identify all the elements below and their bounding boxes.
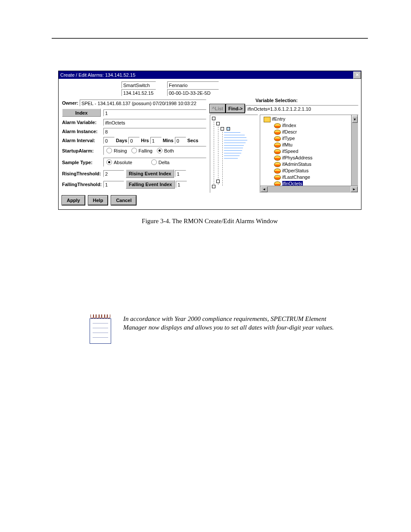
falling-thr-input[interactable]: 1 (103, 181, 124, 188)
tree-leaf[interactable]: ifPhysAddress (264, 155, 350, 161)
sample-absolute-label: Absolute (114, 160, 132, 165)
find-button[interactable]: Find-> (226, 104, 245, 113)
tree-leaf[interactable]: ifType (264, 135, 350, 142)
mib-tree[interactable]: ifEntryifIndexifDescrifTypeifMtuifSpeedi… (260, 115, 358, 193)
hrs-input[interactable]: 0 (128, 137, 140, 144)
startup-label: StartupAlarm: (62, 148, 103, 153)
alarm-variable-label: Alarm Variable: (62, 120, 103, 125)
variable-selection-title: Variable Selection: (255, 98, 358, 103)
device-ip-field: 134.141.52.15 (121, 89, 156, 96)
alarm-variable-input[interactable]: ifInOctets (103, 119, 206, 126)
tree-scrollbar-vertical[interactable]: ▲ ▼ (351, 115, 358, 193)
tree-leaf-label: ifAdminStatus (282, 162, 311, 167)
note-text: In accordance with Year 2000 compliance … (123, 314, 347, 332)
hrs-label: Hrs (141, 138, 149, 143)
oid-leaf-icon (274, 143, 281, 148)
tree-leaf-label: ifMtu (282, 142, 293, 147)
tree-leaf-label: ifIndex (282, 123, 296, 128)
rising-idx-input[interactable]: 1 (175, 170, 186, 177)
oid-leaf-icon (274, 136, 281, 141)
tree-leaf[interactable]: ifLastChange (264, 174, 350, 180)
index-header: Index (62, 109, 101, 117)
owner-label: Owner: (62, 100, 78, 106)
falling-idx-header: Falling Event Index (126, 180, 175, 189)
startup-falling-label: Falling (139, 148, 153, 153)
window-titlebar[interactable]: Create / Edit Alarms: 134.141.52.15 ✕ (59, 71, 361, 79)
tree-overview (210, 115, 258, 193)
scroll-right-icon[interactable]: ► (351, 187, 358, 192)
rising-thr-input[interactable]: 2 (103, 170, 124, 177)
startup-both-label: Both (164, 148, 174, 153)
tree-leaf-label: ifOperStatus (282, 168, 308, 173)
oid-leaf-icon (274, 156, 281, 161)
oid-leaf-icon (274, 130, 281, 135)
alarm-instance-input[interactable]: 8 (103, 128, 206, 135)
days-label: Days (116, 138, 127, 143)
tree-leaf-label: ifType (282, 136, 295, 141)
sample-absolute-radio[interactable]: Absolute (106, 159, 132, 165)
alarm-interval-label: Alarm Interval: (62, 138, 103, 143)
falling-idx-input[interactable]: 1 (176, 181, 187, 188)
help-button[interactable]: Help (88, 196, 108, 205)
tree-leaf[interactable]: ifSpeed (264, 148, 350, 155)
tree-leaf[interactable]: ifOperStatus (264, 168, 350, 174)
tree-leaf-label: ifLastChange (282, 174, 310, 180)
scroll-down-icon[interactable]: ▼ (352, 116, 358, 123)
startup-rising-radio[interactable]: Rising (106, 148, 127, 153)
rising-thr-label: RisingThreshold: (62, 171, 103, 176)
tree-leaf[interactable]: ifDescr (264, 129, 350, 135)
mins-input[interactable]: 1 (150, 137, 162, 144)
dialog-window: Create / Edit Alarms: 134.141.52.15 ✕ Sm… (58, 71, 361, 210)
tree-leaf[interactable]: ifMtu (264, 142, 350, 148)
tree-scrollbar-horizontal[interactable]: ◄ ► (260, 186, 358, 193)
alarm-form-pane: SmartSwitch 134.141.52.15 Fennario 00-00… (59, 79, 210, 209)
tree-leaf-label: ifSpeed (282, 149, 298, 154)
alarm-instance-label: Alarm Instance: (62, 129, 103, 134)
startup-both-radio[interactable]: Both (157, 148, 174, 153)
note-icon (90, 314, 111, 344)
header-rule (52, 38, 368, 39)
oid-leaf-icon (274, 123, 281, 128)
index-input[interactable]: 1 (103, 109, 206, 116)
oid-leaf-icon (274, 175, 281, 180)
oid-leaf-icon (274, 168, 281, 174)
variable-value-field[interactable]: ifInOctets=1.3.6.1.2.1.2.2.1.10 (246, 105, 358, 112)
device-name-field: SmartSwitch (121, 81, 156, 88)
scroll-left-icon[interactable]: ◄ (261, 187, 268, 192)
startup-falling-radio[interactable]: Falling (131, 148, 153, 153)
apply-button[interactable]: Apply (62, 196, 85, 205)
secs-input[interactable]: 0 (175, 137, 186, 144)
mins-label: Mins (163, 138, 174, 143)
rising-idx-header: Rising Event Index (126, 169, 174, 178)
sample-delta-radio[interactable]: Delta (151, 159, 170, 165)
oid-leaf-icon (274, 162, 281, 167)
owner-input[interactable]: SPEL - 134.141.68.137 (possum) 07/20/199… (80, 100, 206, 106)
sample-type-label: Sample Type: (62, 160, 103, 165)
tree-leaf[interactable]: ifAdminStatus (264, 161, 350, 168)
list-button[interactable]: ^List (210, 104, 225, 113)
figure-caption: Figure 3-4. The RMON Create/Edit Alarms … (52, 218, 368, 225)
startup-rising-label: Rising (114, 148, 127, 153)
sample-delta-label: Delta (159, 160, 170, 165)
tree-leaf-label: ifPhysAddress (282, 155, 312, 160)
tree-folder-ifentry[interactable]: ifEntry (264, 116, 350, 122)
days-input[interactable]: 0 (103, 137, 115, 144)
variable-selection-pane: Variable Selection: ^List Find-> ifInOct… (210, 79, 361, 209)
tree-leaf-label: ifDescr (282, 129, 297, 134)
falling-thr-label: FallingThreshold: (62, 182, 103, 187)
tree-leaf[interactable]: ifIndex (264, 122, 350, 129)
secs-label: Secs (187, 138, 199, 143)
titlebar-title: Create / Edit Alarms: 134.141.52.15 (60, 72, 135, 78)
oid-leaf-icon (274, 149, 281, 154)
close-icon[interactable]: ✕ (353, 72, 361, 79)
cancel-button[interactable]: Cancel (111, 196, 136, 205)
